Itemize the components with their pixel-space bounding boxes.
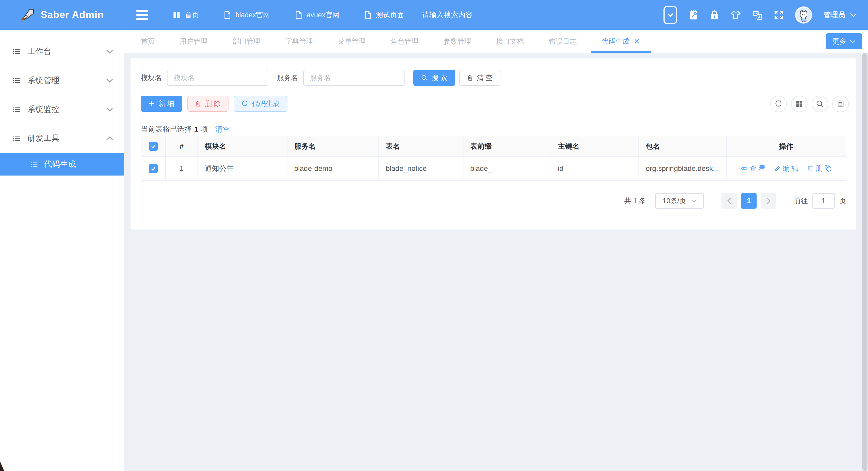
- top-header: Saber Admin 首页 bladex官网: [0, 0, 868, 30]
- page-size-select[interactable]: 10条/页: [655, 193, 704, 209]
- main-area: 首页 用户管理 部门管理 字典管理 菜单管理 角色管理 参数管理 接口文档 错误…: [124, 30, 868, 471]
- row-checkbox[interactable]: [149, 164, 158, 173]
- grid-icon: [796, 100, 803, 107]
- topnav-item-avuex[interactable]: avuex官网: [295, 10, 339, 20]
- sidebar-item-label: 工作台: [27, 46, 52, 57]
- cell-ops: 查 看 编 辑 删 除: [726, 157, 846, 181]
- edit-link[interactable]: 编 辑: [774, 164, 799, 173]
- topnav-item-home[interactable]: 首页: [173, 10, 199, 20]
- column-settings-button[interactable]: [832, 96, 849, 112]
- sidebar-item-label: 代码生成: [44, 159, 76, 169]
- tag-menu-mgmt[interactable]: 菜单管理: [338, 30, 366, 53]
- topnav-label: bladex官网: [236, 10, 270, 20]
- sidebar-item-dev-tools[interactable]: 研发工具: [0, 124, 124, 153]
- sidebar-collapse-icon[interactable]: [136, 10, 148, 20]
- content-card: 模块名 服务名 搜 索 清 空 新 增: [130, 58, 856, 229]
- more-button[interactable]: 更多: [826, 33, 862, 50]
- add-button[interactable]: 新 增: [141, 96, 182, 112]
- tag-label: 用户管理: [180, 30, 208, 53]
- view-link[interactable]: 查 看: [741, 164, 766, 173]
- debug-tool-icon[interactable]: [689, 10, 699, 20]
- table-settings: [770, 96, 849, 112]
- cell-pk: id: [551, 157, 639, 181]
- codegen-button[interactable]: 代码生成: [234, 96, 287, 112]
- tag-user-mgmt[interactable]: 用户管理: [180, 30, 208, 53]
- tag-label: 代码生成: [601, 30, 629, 53]
- tag-label: 错误日志: [549, 30, 577, 53]
- delete-button[interactable]: 删 除: [187, 96, 229, 112]
- clear-button-label: 清 空: [477, 73, 493, 83]
- check-icon: [150, 166, 156, 171]
- user-name[interactable]: 管理员: [824, 10, 845, 20]
- cell-table: blade_notice: [379, 157, 463, 181]
- chevron-right-icon: [766, 197, 771, 204]
- tag-dict-mgmt[interactable]: 字典管理: [285, 30, 313, 53]
- goto-label: 前往: [794, 196, 808, 206]
- sidebar-item-label: 系统监控: [27, 104, 59, 115]
- app-title: Saber Admin: [41, 9, 104, 21]
- next-page-button[interactable]: [761, 193, 776, 209]
- list-icon: [30, 160, 38, 168]
- sidebar-item-codegen-active[interactable]: 代码生成: [0, 153, 124, 176]
- chevron-down-icon[interactable]: [850, 13, 857, 17]
- edit-label: 编 辑: [783, 164, 799, 173]
- grid-icon: [173, 11, 180, 19]
- tag-api-docs[interactable]: 接口文档: [496, 30, 524, 53]
- sword-icon: [21, 8, 35, 22]
- tag-home[interactable]: 首页: [141, 30, 155, 53]
- cell-module: 通知公告: [198, 157, 287, 181]
- menu-list-icon: [837, 100, 844, 107]
- prev-page-button[interactable]: [721, 193, 737, 209]
- refresh-button[interactable]: [770, 96, 787, 112]
- tag-role-mgmt[interactable]: 角色管理: [391, 30, 418, 53]
- page-1-button[interactable]: 1: [741, 193, 756, 209]
- delete-link[interactable]: 删 除: [807, 164, 832, 173]
- search-icon: [816, 100, 824, 108]
- theme-icon[interactable]: [731, 10, 741, 20]
- sidebar: 工作台 系统管理 系统监控: [0, 30, 124, 471]
- add-button-label: 新 增: [158, 99, 175, 108]
- topnav-item-testpage[interactable]: 测试页面: [364, 10, 404, 20]
- filter-form: 模块名 服务名 搜 索 清 空: [141, 70, 504, 86]
- select-all-checkbox[interactable]: [149, 142, 158, 151]
- global-search-input[interactable]: [422, 11, 531, 19]
- col-prefix: 表前缀: [463, 136, 551, 157]
- sidebar-item-system-mgmt[interactable]: 系统管理: [0, 66, 124, 95]
- user-avatar[interactable]: [795, 6, 812, 24]
- trash-icon: [195, 100, 202, 107]
- tag-param-mgmt[interactable]: 参数管理: [443, 30, 471, 53]
- scrollbar-thumb[interactable]: [862, 53, 867, 471]
- service-input[interactable]: [303, 70, 405, 86]
- sidebar-item-system-monitor[interactable]: 系统监控: [0, 95, 124, 124]
- chevron-down-icon: [106, 107, 113, 112]
- sidebar-item-workbench[interactable]: 工作台: [0, 37, 124, 66]
- chevron-down-icon: [106, 78, 113, 83]
- selection-suffix: 项: [201, 124, 208, 134]
- lock-icon[interactable]: [710, 10, 719, 20]
- language-icon[interactable]: [752, 10, 763, 20]
- refresh-icon: [775, 100, 782, 108]
- sidebar-item-label: 研发工具: [27, 133, 59, 144]
- column-grid-button[interactable]: [791, 96, 807, 112]
- col-service: 服务名: [287, 136, 379, 157]
- selection-clear-link[interactable]: 清空: [215, 124, 230, 134]
- col-ops: 操作: [726, 136, 846, 157]
- global-search: [422, 11, 531, 19]
- tag-codegen-active[interactable]: 代码生成: [601, 30, 640, 53]
- goto-suffix: 页: [839, 196, 846, 206]
- search-toggle-button[interactable]: [812, 96, 828, 112]
- list-icon: [12, 134, 21, 143]
- close-icon[interactable]: [634, 38, 640, 44]
- tag-dept-mgmt[interactable]: 部门管理: [232, 30, 260, 53]
- total-count: 共 1 条: [624, 196, 646, 206]
- tag-error-log[interactable]: 错误日志: [549, 30, 577, 53]
- topnav-item-bladex[interactable]: bladex官网: [224, 10, 270, 20]
- clear-button[interactable]: 清 空: [459, 70, 501, 86]
- module-input[interactable]: [167, 70, 268, 86]
- topmenu-toggle-button[interactable]: [663, 6, 677, 24]
- tag-label: 部门管理: [232, 30, 260, 53]
- search-button[interactable]: 搜 索: [413, 70, 455, 86]
- goto-page-input[interactable]: [812, 193, 835, 209]
- fullscreen-icon[interactable]: [774, 10, 784, 20]
- tag-label: 字典管理: [285, 30, 313, 53]
